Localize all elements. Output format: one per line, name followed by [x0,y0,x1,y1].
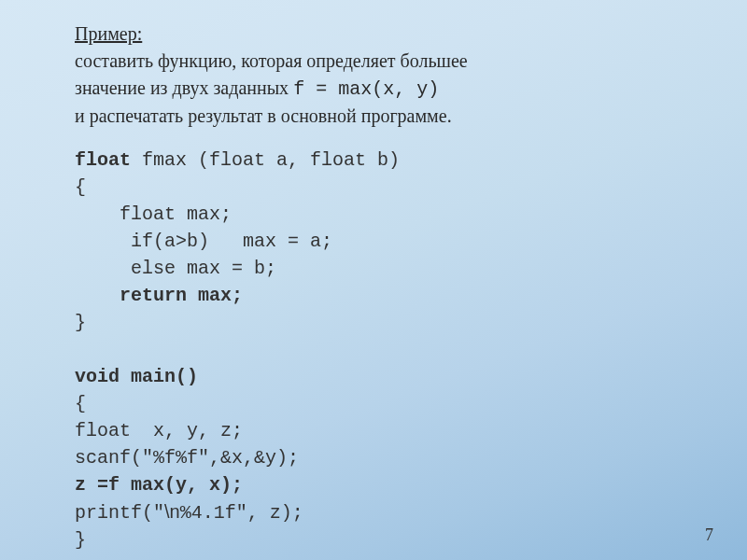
code-l12: scanf("%f%f",&x,&y); [75,447,299,469]
code-l4: if(a>b) max = a; [75,231,332,252]
code-l15: } [75,529,86,551]
intro-line2-code: f = max(x, y) [293,78,439,100]
code-l11: float x, y, z; [75,420,243,441]
code-l5: else max = b; [75,258,276,279]
slide: Пример: составить функцию, которая опред… [0,0,747,560]
code-l10: { [75,393,86,414]
code-l14c: %4.1f", z); [180,502,303,524]
code-l7: } [75,312,86,333]
code-block: float fmax (float a, float b) { float ma… [75,147,747,553]
intro-line1: составить функцию, которая определяет бо… [75,50,468,71]
code-l6-pre [75,285,120,306]
kw-float: float [75,149,131,171]
code-l1: fmax (float a, float b) [131,149,400,171]
kw-return: return max; [120,285,243,306]
page-number: 7 [705,525,713,545]
code-l9: void main() [75,366,198,387]
intro-line3: и распечатать результат в основной прогр… [75,105,452,126]
code-l14b: \n [164,501,180,522]
example-title: Пример: [75,23,142,44]
intro-block: Пример: составить функцию, которая опред… [75,21,747,130]
code-l14a: printf(" [75,502,164,524]
code-l13: z =f max(y, x); [75,474,243,496]
intro-line2a: значение из двух заданных [75,77,293,98]
code-l3: float max; [75,203,232,225]
code-l2: { [75,176,86,198]
